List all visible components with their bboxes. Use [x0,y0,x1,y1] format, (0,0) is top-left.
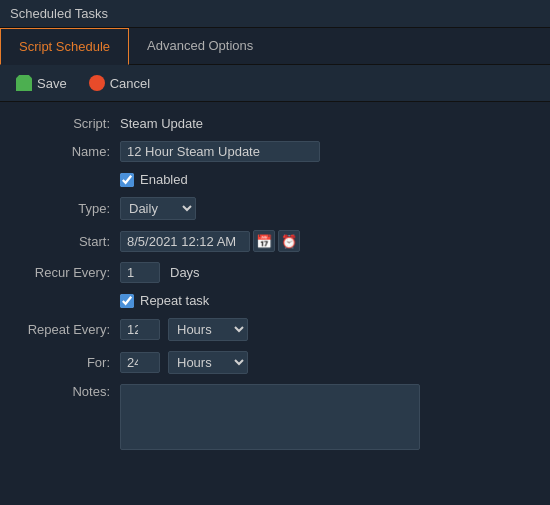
start-row: Start: 📅 ⏰ [20,230,530,252]
cancel-label: Cancel [110,76,150,91]
repeat-input[interactable] [120,319,160,340]
save-label: Save [37,76,67,91]
window-title: Scheduled Tasks [10,6,108,21]
save-button[interactable]: Save [12,73,71,93]
name-input[interactable] [120,141,320,162]
clock-icon: ⏰ [281,234,297,249]
name-label: Name: [20,144,120,159]
repeat-unit-select[interactable]: Hours Minutes Days [168,318,248,341]
form-area: Script: Steam Update Name: Enabled Type:… [0,102,550,464]
enabled-row: Enabled [120,172,530,187]
title-bar: Scheduled Tasks [0,0,550,28]
repeat-label: Repeat Every: [20,322,120,337]
notes-row: Notes: [20,384,530,450]
enabled-label: Enabled [140,172,188,187]
script-label: Script: [20,116,120,131]
type-select[interactable]: Daily Weekly Monthly Once [120,197,196,220]
for-row: For: Hours Minutes Days [20,351,530,374]
calendar-button[interactable]: 📅 [253,230,275,252]
repeat-task-checkbox[interactable] [120,294,134,308]
calendar-icon: 📅 [256,234,272,249]
tabs-container: Script Schedule Advanced Options [0,28,550,65]
repeat-task-row: Repeat task [120,293,530,308]
for-unit-select[interactable]: Hours Minutes Days [168,351,248,374]
for-input[interactable] [120,352,160,373]
recur-input[interactable] [120,262,160,283]
save-icon [16,75,32,91]
notes-label: Notes: [20,384,120,399]
days-label: Days [170,265,200,280]
type-label: Type: [20,201,120,216]
recur-label: Recur Every: [20,265,120,280]
toolbar: Save Cancel [0,65,550,102]
tab-advanced-options[interactable]: Advanced Options [129,28,271,64]
cancel-button[interactable]: Cancel [85,73,154,93]
script-value: Steam Update [120,116,203,131]
for-label: For: [20,355,120,370]
clock-button[interactable]: ⏰ [278,230,300,252]
cancel-icon [89,75,105,91]
notes-textarea[interactable] [120,384,420,450]
repeat-every-row: Repeat Every: Hours Minutes Days [20,318,530,341]
recur-row: Recur Every: Days [20,262,530,283]
name-row: Name: [20,141,530,162]
start-label: Start: [20,234,120,249]
script-row: Script: Steam Update [20,116,530,131]
start-input[interactable] [120,231,250,252]
type-row: Type: Daily Weekly Monthly Once [20,197,530,220]
repeat-task-label: Repeat task [140,293,209,308]
enabled-checkbox[interactable] [120,173,134,187]
tab-script-schedule[interactable]: Script Schedule [0,28,129,65]
